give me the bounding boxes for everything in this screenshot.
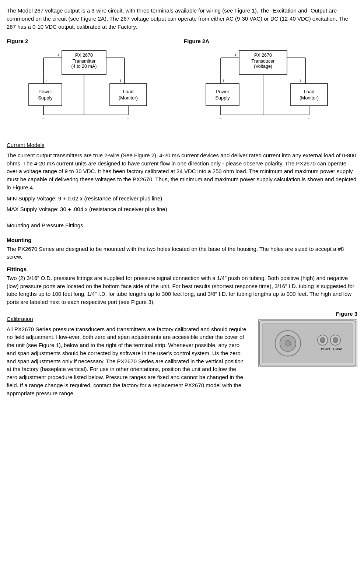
svg-text:−: − xyxy=(126,116,129,122)
svg-text:−: − xyxy=(288,52,291,58)
calibration-text-block: Calibration All PX2670 Series pressure t… xyxy=(7,310,248,400)
calibration-heading: Calibration xyxy=(7,315,33,323)
svg-text:Supply: Supply xyxy=(38,95,53,101)
figure3-svg: HIGH LOW xyxy=(259,320,357,367)
svg-point-54 xyxy=(320,337,325,343)
svg-rect-12 xyxy=(29,84,62,106)
figure3-block: Figure 3 HIGH LOW xyxy=(254,310,357,367)
fittings-text: Two (2) 3/16” O.D. pressure fittings are… xyxy=(7,274,357,306)
svg-text:−: − xyxy=(307,116,310,122)
svg-text:PX 2670: PX 2670 xyxy=(254,53,272,58)
svg-rect-15 xyxy=(110,84,147,106)
svg-text:−: − xyxy=(219,116,222,122)
svg-rect-39 xyxy=(291,84,328,106)
calibration-section: Calibration All PX2670 Series pressure t… xyxy=(7,310,357,400)
figures-row: Figure 2 PX 2670 Transmitter (4 to 20 mA… xyxy=(7,37,357,128)
figure2-block: Figure 2 PX 2670 Transmitter (4 to 20 mA… xyxy=(7,37,180,128)
figure2a-label: Figure 2A xyxy=(184,37,209,45)
svg-text:(Voltage): (Voltage) xyxy=(254,64,272,69)
svg-text:(4 to 20 mA): (4 to 20 mA) xyxy=(71,64,97,69)
svg-rect-36 xyxy=(206,84,239,106)
svg-text:(Monitor): (Monitor) xyxy=(300,95,319,101)
svg-text:−: − xyxy=(42,116,45,122)
calibration-p1: All PX2670 Series pressure transducers a… xyxy=(7,325,248,398)
fittings-bold: Fittings xyxy=(7,265,357,273)
svg-point-52 xyxy=(285,340,291,346)
svg-point-56 xyxy=(333,337,338,343)
intro-paragraph: The Model 267 voltage output is a 3-wire… xyxy=(7,7,357,31)
svg-text:+: + xyxy=(222,78,225,84)
svg-text:Power: Power xyxy=(39,89,53,94)
svg-text:Transducer: Transducer xyxy=(252,59,275,64)
svg-text:LOW: LOW xyxy=(333,346,342,350)
figure2-diagram: PX 2670 Transmitter (4 to 20 mA) + + − +… xyxy=(7,47,176,128)
svg-text:+: + xyxy=(299,78,302,84)
svg-text:+: + xyxy=(119,78,122,84)
mounting-bold: Mounting xyxy=(7,236,357,244)
svg-text:HIGH: HIGH xyxy=(321,346,330,350)
current-models-p1: The current output transmitters are true… xyxy=(7,151,357,192)
mounting-fittings-heading: Mounting and Pressure Fittings xyxy=(7,221,83,230)
figure2-label: Figure 2 xyxy=(7,37,28,45)
svg-text:Load: Load xyxy=(123,89,134,94)
mounting-text: The PX2670 Series are designed to be mou… xyxy=(7,245,357,261)
svg-text:+: + xyxy=(57,52,60,58)
figure2a-block: Figure 2A PX 2670 Transducer (Voltage) +… xyxy=(184,37,357,128)
svg-text:+: + xyxy=(45,78,48,84)
figure3-label: Figure 3 xyxy=(336,310,357,318)
svg-text:Power: Power xyxy=(216,89,230,94)
svg-text:+: + xyxy=(234,52,237,58)
svg-text:(Monitor): (Monitor) xyxy=(119,95,138,101)
svg-text:PX 2670: PX 2670 xyxy=(75,53,93,58)
svg-text:−: − xyxy=(107,52,110,58)
figure2a-diagram: PX 2670 Transducer (Voltage) + + − + Pow… xyxy=(184,47,353,128)
current-models-heading: Current Models xyxy=(7,141,45,149)
svg-text:Transmitter: Transmitter xyxy=(73,59,96,64)
max-supply: MAX Supply Voltage: 30 + .004 x (resista… xyxy=(7,205,357,213)
svg-text:Supply: Supply xyxy=(215,95,230,101)
figure3-image: HIGH LOW xyxy=(258,319,357,367)
svg-text:Load: Load xyxy=(304,89,315,94)
min-supply: MIN Supply Voltage: 9 + 0.02 x (resistan… xyxy=(7,195,357,203)
